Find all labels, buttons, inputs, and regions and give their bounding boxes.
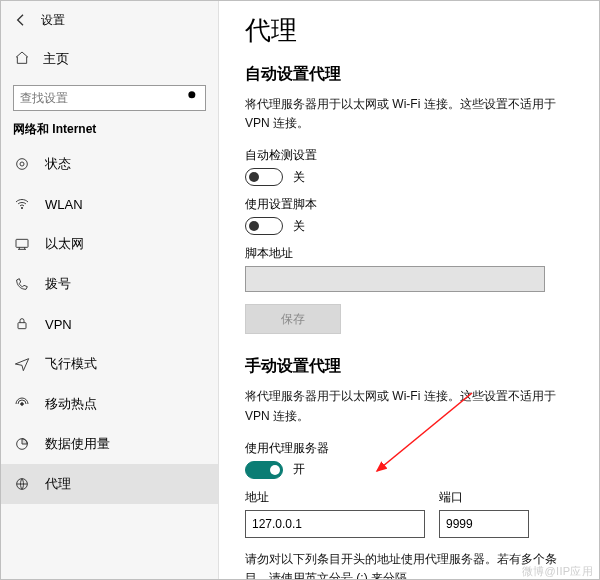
script-addr-input — [245, 266, 545, 292]
use-script-label: 使用设置脚本 — [245, 196, 573, 213]
sidebar-item-label: 代理 — [45, 475, 71, 493]
use-proxy-label: 使用代理服务器 — [245, 440, 573, 457]
use-script-state: 关 — [293, 218, 305, 235]
save-button[interactable]: 保存 — [245, 304, 341, 334]
vpn-icon — [13, 316, 31, 332]
search-wrap — [13, 85, 206, 111]
sidebar-item-label: 状态 — [45, 155, 71, 173]
sidebar-item-label: 飞行模式 — [45, 355, 97, 373]
sidebar-item-ethernet[interactable]: 以太网 — [1, 224, 218, 264]
page-title: 代理 — [245, 13, 573, 48]
auto-detect-state: 关 — [293, 169, 305, 186]
sidebar-item-dialup[interactable]: 拨号 — [1, 264, 218, 304]
home-icon — [13, 50, 31, 69]
port-input[interactable] — [439, 510, 529, 538]
app-title: 设置 — [41, 12, 65, 29]
svg-rect-4 — [16, 239, 28, 247]
airplane-icon — [13, 356, 31, 372]
ethernet-icon — [13, 236, 31, 252]
auto-desc: 将代理服务器用于以太网或 Wi-Fi 连接。这些设置不适用于 VPN 连接。 — [245, 95, 573, 133]
svg-point-3 — [21, 207, 22, 208]
auto-detect-toggle[interactable] — [245, 168, 283, 186]
sidebar-item-label: 移动热点 — [45, 395, 97, 413]
sidebar-item-label: 以太网 — [45, 235, 84, 253]
manual-desc: 将代理服务器用于以太网或 Wi-Fi 连接。这些设置不适用于 VPN 连接。 — [245, 387, 573, 425]
auto-detect-label: 自动检测设置 — [245, 147, 573, 164]
sidebar-home-label: 主页 — [43, 50, 69, 68]
manual-section-title: 手动设置代理 — [245, 356, 573, 377]
auto-section-title: 自动设置代理 — [245, 64, 573, 85]
use-proxy-toggle[interactable] — [245, 461, 283, 479]
sidebar-group-label: 网络和 Internet — [13, 121, 206, 138]
sidebar-item-label: 拨号 — [45, 275, 71, 293]
sidebar-item-proxy[interactable]: 代理 — [1, 464, 218, 504]
search-input[interactable] — [13, 85, 206, 111]
sidebar-item-label: WLAN — [45, 197, 83, 212]
sidebar-item-status[interactable]: 状态 — [1, 144, 218, 184]
settings-sidebar: 设置 主页 网络和 Internet 状态 WLAN 以太网 — [1, 1, 219, 579]
addr-input[interactable] — [245, 510, 425, 538]
main-content: 代理 自动设置代理 将代理服务器用于以太网或 Wi-Fi 连接。这些设置不适用于… — [219, 1, 599, 579]
use-proxy-state: 开 — [293, 461, 305, 478]
svg-point-1 — [17, 159, 28, 170]
sidebar-item-hotspot[interactable]: 移动热点 — [1, 384, 218, 424]
sidebar-item-airplane[interactable]: 飞行模式 — [1, 344, 218, 384]
proxy-icon — [13, 476, 31, 492]
sidebar-item-label: VPN — [45, 317, 72, 332]
status-icon — [13, 156, 31, 172]
use-script-toggle[interactable] — [245, 217, 283, 235]
svg-point-6 — [21, 403, 24, 406]
bypass-desc: 请勿对以下列条目开头的地址使用代理服务器。若有多个条目，请使用英文分号 (;) … — [245, 550, 573, 579]
addr-label: 地址 — [245, 489, 425, 506]
wifi-icon — [13, 196, 31, 212]
sidebar-home[interactable]: 主页 — [1, 41, 218, 77]
sidebar-item-datausage[interactable]: 数据使用量 — [1, 424, 218, 464]
script-addr-label: 脚本地址 — [245, 245, 573, 262]
svg-point-2 — [20, 162, 24, 166]
sidebar-item-wlan[interactable]: WLAN — [1, 184, 218, 224]
back-button[interactable] — [11, 10, 31, 30]
data-icon — [13, 436, 31, 452]
port-label: 端口 — [439, 489, 529, 506]
hotspot-icon — [13, 396, 31, 412]
svg-rect-5 — [18, 323, 26, 329]
sidebar-item-vpn[interactable]: VPN — [1, 304, 218, 344]
sidebar-item-label: 数据使用量 — [45, 435, 110, 453]
dialup-icon — [13, 276, 31, 292]
sidebar-header: 设置 — [1, 5, 218, 35]
